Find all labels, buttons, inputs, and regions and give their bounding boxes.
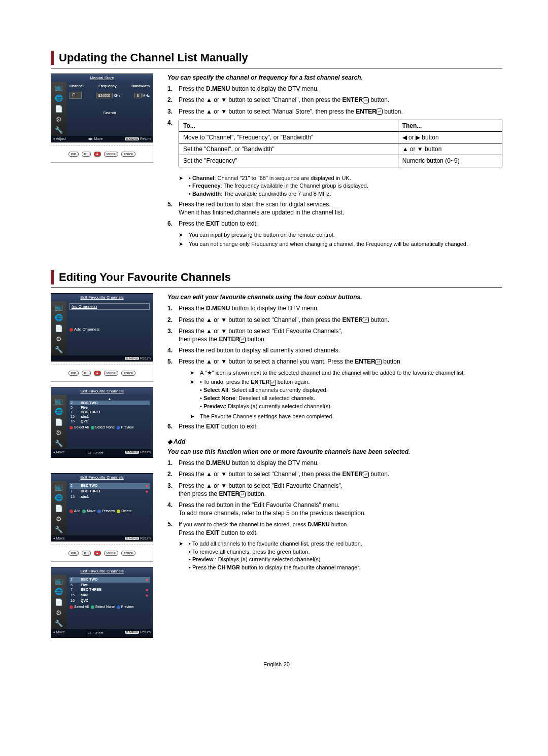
osd-content: 2BBC TWO★ 5Five 7BBC THREE★ 15abc1★ 16QV… xyxy=(66,575,153,629)
step-6: 6.Press the EXIT button to exit. xyxy=(167,422,502,430)
note-text: • To add all channels to the favourite c… xyxy=(189,540,502,572)
note-line: • Select None: Deselect all selected cha… xyxy=(200,394,502,402)
note-arrow-icon: ➤ xyxy=(179,174,189,199)
remote-red-icon: ■ xyxy=(94,371,101,376)
note-line: • Channel: Channel "21" to "68" in seque… xyxy=(189,174,502,182)
td-then: Numeric button (0~9) xyxy=(398,155,502,167)
enter-icon: ⏎ xyxy=(270,380,276,386)
footer-move: ♦ Move xyxy=(53,536,65,540)
section-accent xyxy=(51,270,54,284)
globe-icon: 🌐 xyxy=(55,314,63,321)
list-icon: 📄 xyxy=(55,598,63,606)
osd-title: Edit Favourite Channels xyxy=(51,294,153,301)
osd-footer: ♦ Adjust ◀▶ Move D.MENU Return xyxy=(51,136,153,142)
section-editing-favourite-channels: Editing Your Favourite Channels Edit Fav… xyxy=(51,270,502,641)
step-text: Press the ▲ or ▼ button to select "Chann… xyxy=(179,96,502,104)
note-text: The Favorite Channels settings have been… xyxy=(200,413,502,420)
osd-content: ▲ 2BBC TWO 5Five 7BBC THREE 15abc1 16QVC… xyxy=(66,395,153,449)
tool-icon: 🔧 xyxy=(55,526,63,533)
gear-icon: ⚙ xyxy=(56,429,62,437)
osd-content: Channel Frequency Bandwidth ▢ 826000 KHz… xyxy=(66,82,153,136)
table-row: Set the "Frequency" Numeric button (0~9) xyxy=(179,155,502,167)
footer-move: ◀▶ Move xyxy=(88,137,102,141)
list-item: 7BBC THREE★ xyxy=(70,489,150,494)
step-text: Press the red button in the "Edit Favour… xyxy=(179,501,502,517)
step-text: Press the red button to display all curr… xyxy=(179,346,502,354)
globe-icon: 🌐 xyxy=(55,588,63,595)
note-add-list: ➤ • To add all channels to the favourite… xyxy=(179,540,502,572)
list-item: 5Five xyxy=(70,583,150,587)
intro-add: You can use this function when one or mo… xyxy=(167,448,502,456)
add-step-3: 3.Press the ▲ or ▼ button to select "Edi… xyxy=(167,482,502,498)
list-item: 16QVC xyxy=(70,598,150,603)
dot-red-icon xyxy=(70,328,73,332)
note-completed: ➤ The Favorite Channels settings have be… xyxy=(190,413,502,420)
osd-body: 📺 🌐 📄 ⚙ 🔧 Channel Frequency Bandwidth xyxy=(51,82,153,136)
note-line: • Preview : Displays (a) currently selec… xyxy=(189,556,502,563)
globe-icon: 🌐 xyxy=(55,94,63,102)
add-step-5: 5.If you want to check the channel to be… xyxy=(167,520,502,536)
colour-hints: Add Move Preview Delete xyxy=(70,509,150,513)
step-num: 3. xyxy=(167,327,179,343)
section-title: Updating the Channel List Manually xyxy=(59,51,248,64)
osd-title: Edit Favourite Channels xyxy=(51,387,153,395)
note-line: • Press the CH MGR button to display the… xyxy=(189,564,502,571)
gear-icon: ⚙ xyxy=(56,335,62,343)
add-step-2: 2.Press the ▲ or ▼ button to select "Cha… xyxy=(167,470,502,478)
step-text: Press the D.MENU button to display the D… xyxy=(179,304,502,312)
intro: You can edit your favourite channels usi… xyxy=(167,293,502,301)
th-then: Then... xyxy=(398,120,502,131)
remote-p: P... xyxy=(82,551,91,556)
step-num: 6. xyxy=(167,422,179,430)
left-col: Manual Store 📺 🌐 📄 ⚙ 🔧 Channel xyxy=(51,74,157,250)
step-num: 2. xyxy=(167,470,179,478)
hdr-channel: Channel xyxy=(70,84,84,88)
gear-icon: ⚙ xyxy=(56,116,62,123)
add-channels-label: Add Channels xyxy=(74,327,99,332)
step-num: 1. xyxy=(167,304,179,312)
step-num: 1. xyxy=(167,459,179,467)
osd-body: 📺 🌐 📄 ⚙ 🔧 2BBC TWO★ 5Five 7BBC THREE★ 15… xyxy=(51,575,153,629)
osd-edit-fav-starred: Edit Favourite Channels 📺 🌐 📄 ⚙ 🔧 2BBC T… xyxy=(51,473,153,542)
note-text: A "★" icon is shown next to the selected… xyxy=(200,369,502,377)
search-label: Search xyxy=(70,111,150,115)
section-body: Edit Favourite Channels 📺 🌐 📄 ⚙ 🔧 (no Ch… xyxy=(51,293,502,641)
note-text: • To undo, press the ENTER⏎ button again… xyxy=(200,378,502,410)
footer-adjust: ♦ Adjust xyxy=(53,137,66,141)
remote-red-icon: ■ xyxy=(94,152,101,157)
star-icon: ★ xyxy=(145,588,149,592)
step-text: Press the ▲ or ▼ button to select "Edit … xyxy=(179,482,502,498)
note-line: • To undo, press the ENTER⏎ button again… xyxy=(200,378,502,386)
footer-move: ♦ Move xyxy=(53,450,65,456)
page: Updating the Channel List Manually Manua… xyxy=(0,0,548,698)
step-2: 2. Press the ▲ or ▼ button to select "Ch… xyxy=(167,96,502,104)
osd-content: 2BBC TWO★ 7BBC THREE★ 15abc1 Add Move Pr… xyxy=(66,481,153,535)
enter-icon: ⏎ xyxy=(239,337,246,343)
section-title-row: Editing Your Favourite Channels xyxy=(51,270,502,284)
star-icon: ★ xyxy=(145,593,149,598)
colour-hints: Select All Select None Preview xyxy=(70,605,150,609)
step-num: 5. xyxy=(167,520,179,536)
list-item: 7BBC THREE xyxy=(70,410,150,414)
star-icon: ★ xyxy=(145,484,149,488)
note-arrow-icon: ➤ xyxy=(190,413,200,420)
remote-mode: MODE xyxy=(104,371,118,376)
table-row: Set the "Channel", or "Bandwidth" ▲ or ▼… xyxy=(179,143,502,155)
step-3: 3.Press the ▲ or ▼ button to select "Edi… xyxy=(167,327,502,343)
section-body: Manual Store 📺 🌐 📄 ⚙ 🔧 Channel xyxy=(51,74,502,250)
remote-mode: MODE xyxy=(104,152,118,157)
dot-red-icon xyxy=(70,510,73,513)
step-num: 4. xyxy=(167,346,179,354)
footer-return: D.MENU Return xyxy=(125,536,151,540)
dot-red-icon xyxy=(70,605,73,609)
osd-body: 📺 🌐 📄 ⚙ 🔧 (no Channels) Add Channels xyxy=(51,301,153,355)
footer-return: D.MENU Return xyxy=(125,630,151,636)
footer-return: D.MENU Return xyxy=(125,137,151,141)
osd-sidebar-icons: 📺 🌐 📄 ⚙ 🔧 xyxy=(51,395,66,449)
footer-return: D.MENU Return xyxy=(125,450,151,456)
note-line: • Preview: Displays (a) currently select… xyxy=(200,403,502,410)
dot-yellow-icon xyxy=(117,510,120,513)
dot-blue-icon xyxy=(97,510,101,513)
step-text: Press the red button to start the scan f… xyxy=(179,200,502,217)
step-text: To... Then... Move to "Channel", "Freque… xyxy=(179,119,502,171)
